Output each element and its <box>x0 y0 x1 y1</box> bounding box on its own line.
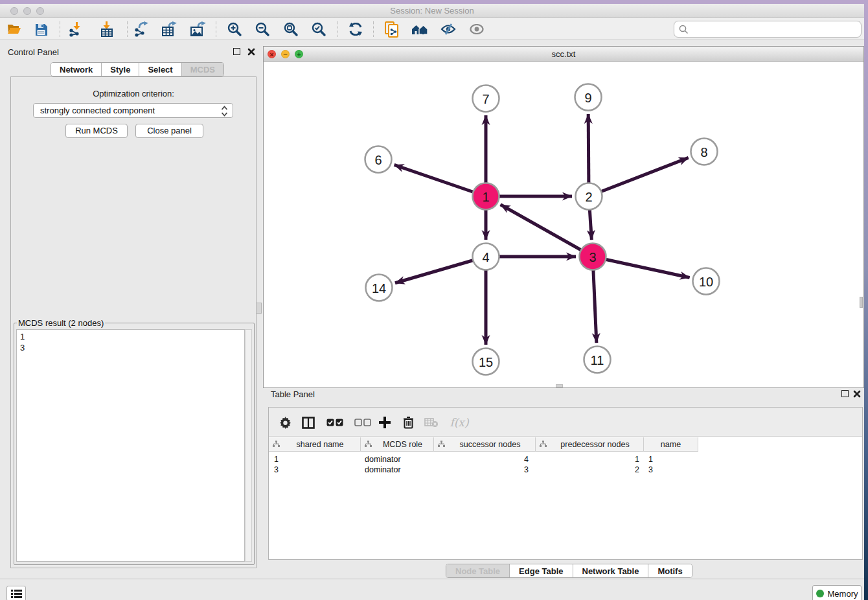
table-cell[interactable]: 3 <box>648 465 653 476</box>
deselect-all-columns-button[interactable] <box>352 413 374 432</box>
table-cell[interactable]: dominator <box>365 465 401 476</box>
mcds-result-label: MCDS result (2 nodes) <box>17 318 105 328</box>
close-panel-button[interactable]: Close panel <box>135 124 203 138</box>
tab-select[interactable]: Select <box>139 63 181 76</box>
node-label-8: 8 <box>700 145 707 159</box>
table-cell[interactable]: 1 <box>648 455 653 465</box>
table-panel-close-button[interactable] <box>853 390 861 398</box>
edge-2-8[interactable] <box>589 157 689 196</box>
show-all-networks-button[interactable] <box>409 20 431 38</box>
export-table-button[interactable] <box>159 20 181 38</box>
toolbar-separator <box>373 21 374 37</box>
network-canvas[interactable]: 7968124314101511 <box>264 62 863 387</box>
delete-table-button[interactable] <box>422 413 441 432</box>
column-header-predecessor-nodes[interactable]: predecessor nodes <box>536 437 644 452</box>
table-toolbar: f(x) <box>269 408 862 437</box>
column-header-name[interactable]: name <box>644 437 698 452</box>
optimization-criterion-label: Optimization criterion: <box>11 89 256 98</box>
table-cell[interactable]: 4 <box>434 455 529 465</box>
import-network-button[interactable] <box>65 20 87 38</box>
network-document-icon <box>385 21 399 38</box>
node-label-4: 4 <box>482 250 489 264</box>
add-column-button[interactable] <box>374 413 396 432</box>
zoom-selected-button[interactable] <box>308 20 330 38</box>
select-all-columns-button[interactable] <box>324 413 346 432</box>
table-type-tabs: Node Table Edge Table Network Table Moti… <box>446 564 692 578</box>
zoom-in-icon <box>227 22 242 37</box>
network-window-titlebar[interactable]: × − + scc.txt <box>264 47 863 62</box>
tab-edge-table[interactable]: Edge Table <box>510 564 573 577</box>
export-network-button[interactable] <box>131 20 154 38</box>
tab-mcds[interactable]: MCDS <box>182 63 223 76</box>
mcds-result-group: MCDS result (2 nodes) 1 3 <box>14 318 255 565</box>
show-panels-button[interactable] <box>466 20 488 38</box>
export-image-button[interactable] <box>187 20 209 38</box>
table-cell[interactable]: dominator <box>365 455 401 465</box>
edge-3-10[interactable] <box>593 257 690 277</box>
application-window: Session: New Session <box>0 4 864 600</box>
task-history-button[interactable] <box>6 586 26 600</box>
tab-network[interactable]: Network <box>51 63 102 76</box>
table-cell[interactable]: 1 <box>536 455 639 465</box>
tab-node-table[interactable]: Node Table <box>446 564 510 577</box>
export-table-icon <box>161 21 178 37</box>
mcds-result-scrollbar[interactable] <box>245 329 252 562</box>
node-label-9: 9 <box>584 91 591 105</box>
table-panel-float-button[interactable] <box>841 390 849 397</box>
close-icon <box>853 390 861 398</box>
new-network-from-selection-button[interactable] <box>381 20 403 38</box>
tab-network-table[interactable]: Network Table <box>573 564 649 577</box>
delete-column-button[interactable] <box>398 413 418 432</box>
search-icon <box>679 25 689 34</box>
status-bar: Memory <box>0 579 864 600</box>
node-label-2: 2 <box>585 190 592 204</box>
split-columns-icon <box>302 417 315 429</box>
network-scrollbar-grip[interactable] <box>860 297 863 308</box>
network-bottom-grip[interactable] <box>556 384 563 387</box>
zoom-fit-button[interactable] <box>280 20 302 38</box>
import-network-icon <box>69 21 84 37</box>
refresh-icon <box>348 23 363 36</box>
split-columns-button[interactable] <box>299 413 317 432</box>
refresh-network-button[interactable] <box>345 20 367 38</box>
node-label-1: 1 <box>482 190 489 204</box>
function-builder-button[interactable]: f(x) <box>445 413 474 432</box>
edge-1-6[interactable] <box>394 165 486 196</box>
zoom-in-button[interactable] <box>223 20 246 38</box>
gear-icon <box>279 417 291 429</box>
save-session-button[interactable] <box>30 20 52 38</box>
panel-divider-handle[interactable] <box>256 303 262 314</box>
open-session-button[interactable] <box>3 20 25 38</box>
hide-panels-button[interactable] <box>437 20 459 38</box>
table-cell[interactable]: 2 <box>536 465 639 476</box>
edge-3-1[interactable] <box>501 205 593 257</box>
memory-label: Memory <box>828 589 858 599</box>
mcds-result-textarea[interactable]: 1 3 <box>16 329 245 562</box>
column-header-mcds-role[interactable]: MCDS role <box>361 437 434 452</box>
mcds-result-line: 1 <box>20 331 241 342</box>
table-cell[interactable]: 3 <box>434 465 529 476</box>
column-type-icon <box>273 441 280 448</box>
tab-motifs[interactable]: Motifs <box>648 564 691 577</box>
table-cell[interactable]: 3 <box>274 465 279 476</box>
control-panel-float-button[interactable] <box>233 48 240 55</box>
desktop-background-right <box>864 0 868 600</box>
trash-icon <box>403 416 414 429</box>
search-input[interactable] <box>689 23 861 36</box>
run-mcds-button[interactable]: Run MCDS <box>65 124 128 138</box>
tab-style[interactable]: Style <box>102 63 139 76</box>
import-table-button[interactable] <box>97 20 119 38</box>
memory-button[interactable]: Memory <box>812 585 862 600</box>
control-panel-close-button[interactable] <box>247 48 255 56</box>
column-header-shared-name[interactable]: shared name <box>269 437 361 452</box>
node-label-14: 14 <box>372 281 386 295</box>
node-label-11: 11 <box>591 353 604 367</box>
optimization-criterion-dropdown[interactable]: strongly connected component <box>33 103 233 118</box>
table-cell[interactable]: 1 <box>274 455 279 465</box>
search-field[interactable] <box>674 21 862 38</box>
zoom-out-button[interactable] <box>251 20 273 38</box>
column-header-successor-nodes[interactable]: successor nodes <box>434 437 536 452</box>
homes-icon <box>411 23 428 35</box>
table-settings-button[interactable] <box>277 413 293 432</box>
edge-4-14[interactable] <box>395 257 486 283</box>
